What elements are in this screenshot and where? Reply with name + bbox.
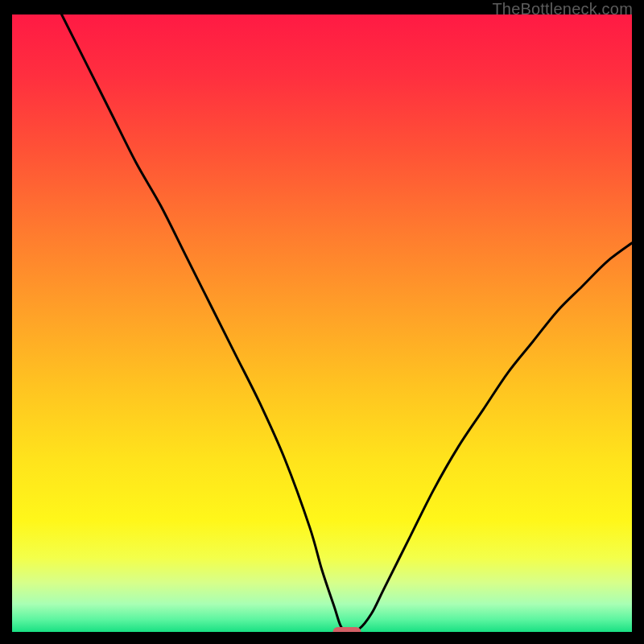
bottleneck-curve	[62, 14, 632, 632]
plot-area	[12, 14, 632, 632]
curve-layer	[12, 14, 632, 632]
bottleneck-chart: TheBottleneck.com	[0, 0, 644, 644]
minimum-marker	[332, 627, 361, 632]
